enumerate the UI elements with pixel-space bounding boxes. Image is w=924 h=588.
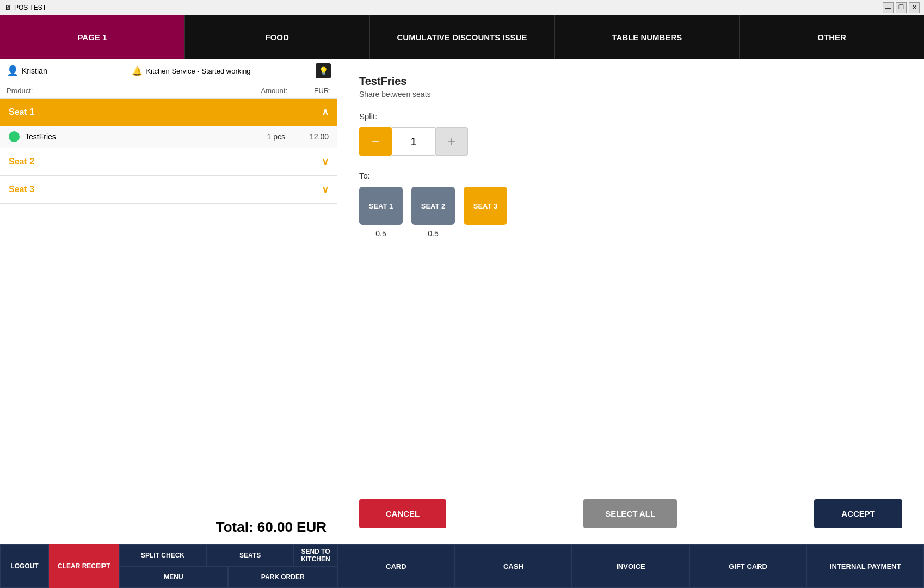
- seat3-header[interactable]: Seat 3 ∨: [0, 176, 337, 203]
- gift-card-button[interactable]: GIFT CARD: [689, 544, 807, 588]
- park-order-button[interactable]: PARK ORDER: [228, 566, 337, 588]
- seat1-share-value: 0.5: [375, 229, 386, 238]
- seat3-chevron: ∨: [322, 183, 329, 195]
- seat-buttons: SEAT 1 0.5 SEAT 2 0.5 SEAT 3: [359, 187, 902, 238]
- seat3-button[interactable]: SEAT 3: [464, 187, 507, 225]
- user-info: 👤 Kristian: [7, 65, 123, 77]
- total-bar: Total: 60.00 EUR: [0, 510, 337, 544]
- item-name: TestFries: [25, 132, 236, 141]
- seat-btn-3: SEAT 3: [464, 187, 507, 229]
- notification-info: 🔔 Kitchen Service - Started working: [132, 66, 307, 76]
- seat3-label: Seat 3: [9, 185, 34, 194]
- close-button[interactable]: ✕: [909, 2, 920, 13]
- split-check-button[interactable]: SPLIT CHECK: [119, 544, 207, 566]
- tab-table[interactable]: TABLE NUMBERS: [554, 15, 739, 59]
- seat2-chevron: ∨: [322, 156, 329, 168]
- cancel-button[interactable]: CANCEL: [359, 499, 446, 528]
- seats-button[interactable]: SEATS: [206, 544, 294, 566]
- bottom-bar: LOGOUT CLEAR RECEIPT SPLIT CHECK SEATS S…: [0, 544, 924, 588]
- item-price: 12.00: [291, 132, 329, 141]
- bottom-right: CARD CASH INVOICE GIFT CARD INTERNAL PAY…: [337, 544, 924, 588]
- user-icon: 👤: [7, 65, 19, 77]
- seat-btn-1: SEAT 1 0.5: [359, 187, 403, 238]
- bulb-icon[interactable]: 💡: [316, 63, 331, 78]
- tab-cumulative[interactable]: CUMULATIVE DISCOUNTS ISSUE: [369, 15, 555, 59]
- seat1-item-testfries[interactable]: TestFries 1 pcs 12.00: [0, 126, 337, 148]
- dialog-title: TestFries: [359, 75, 902, 88]
- restore-button[interactable]: ❐: [896, 2, 907, 13]
- seat1-chevron: ∧: [322, 106, 329, 118]
- split-value: 1: [392, 127, 435, 156]
- to-section: To: SEAT 1 0.5 SEAT 2 0.5 SEAT 3: [359, 171, 902, 238]
- dialog-bottom: CANCEL SELECT ALL ACCEPT: [359, 499, 902, 528]
- clear-receipt-button[interactable]: CLEAR RECEIPT: [49, 544, 119, 588]
- title-bar: 🖥 POS TEST — ❐ ✕: [0, 0, 924, 15]
- menu-button[interactable]: MENU: [119, 566, 229, 588]
- left-panel: 👤 Kristian 🔔 Kitchen Service - Started w…: [0, 59, 337, 544]
- col-product: Product:: [7, 87, 233, 95]
- minimize-button[interactable]: —: [883, 2, 894, 13]
- bottom-left: LOGOUT CLEAR RECEIPT SPLIT CHECK SEATS S…: [0, 544, 337, 588]
- tab-other[interactable]: OTHER: [739, 15, 924, 59]
- internal-payment-button[interactable]: INTERNAL PAYMENT: [806, 544, 924, 588]
- seat2-section: Seat 2 ∨: [0, 148, 337, 176]
- seat2-header[interactable]: Seat 2 ∨: [0, 148, 337, 175]
- action-buttons-group: SPLIT CHECK SEATS SEND TO KITCHEN MENU P…: [119, 544, 337, 588]
- total-value: Total: 60.00 EUR: [216, 519, 327, 535]
- logout-button[interactable]: LOGOUT: [0, 544, 49, 588]
- split-dialog: TestFries Share between seats Split: − 1…: [337, 59, 924, 544]
- col-amount: Amount:: [233, 87, 287, 95]
- notification-text: Kitchen Service - Started working: [146, 67, 250, 75]
- split-controls: − 1 +: [359, 127, 902, 156]
- seat1-section: Seat 1 ∧ TestFries 1 pcs 12.00: [0, 99, 337, 148]
- user-name: Kristian: [22, 66, 47, 75]
- split-label: Split:: [359, 112, 902, 121]
- split-section: Split: − 1 +: [359, 112, 902, 156]
- seat2-button[interactable]: SEAT 2: [411, 187, 455, 225]
- seat2-label: Seat 2: [9, 157, 34, 167]
- tab-food[interactable]: FOOD: [184, 15, 369, 59]
- action-row-1: SPLIT CHECK SEATS SEND TO KITCHEN: [119, 544, 337, 566]
- card-button[interactable]: CARD: [337, 544, 455, 588]
- seat1-button[interactable]: SEAT 1: [359, 187, 403, 225]
- seat-btn-2: SEAT 2 0.5: [411, 187, 455, 238]
- app-title: POS TEST: [14, 4, 46, 11]
- item-status-icon: [9, 131, 20, 142]
- item-qty: 1 pcs: [242, 132, 285, 141]
- user-bar: 👤 Kristian 🔔 Kitchen Service - Started w…: [0, 59, 337, 83]
- accept-button[interactable]: ACCEPT: [814, 499, 902, 528]
- main-area: 👤 Kristian 🔔 Kitchen Service - Started w…: [0, 59, 924, 544]
- invoice-button[interactable]: INVOICE: [572, 544, 689, 588]
- cash-button[interactable]: CASH: [455, 544, 572, 588]
- seat2-share-value: 0.5: [428, 229, 438, 238]
- app-icon: 🖥: [4, 4, 11, 11]
- action-row-2: MENU PARK ORDER: [119, 566, 337, 588]
- seat1-label: Seat 1: [9, 107, 34, 117]
- dialog-subtitle: Share between seats: [359, 90, 902, 99]
- tab-page1[interactable]: PAGE 1: [0, 15, 184, 59]
- col-eur: EUR:: [287, 87, 331, 95]
- split-minus-button[interactable]: −: [359, 127, 392, 156]
- send-to-kitchen-button[interactable]: SEND TO KITCHEN: [294, 544, 337, 566]
- seat3-section: Seat 3 ∨: [0, 176, 337, 204]
- column-headers: Product: Amount: EUR:: [0, 83, 337, 99]
- split-plus-button[interactable]: +: [435, 127, 468, 156]
- select-all-button[interactable]: SELECT ALL: [583, 499, 677, 528]
- tab-bar: PAGE 1 FOOD CUMULATIVE DISCOUNTS ISSUE T…: [0, 15, 924, 59]
- bell-icon: 🔔: [132, 66, 143, 76]
- seat1-header[interactable]: Seat 1 ∧: [0, 99, 337, 126]
- to-label: To:: [359, 171, 902, 180]
